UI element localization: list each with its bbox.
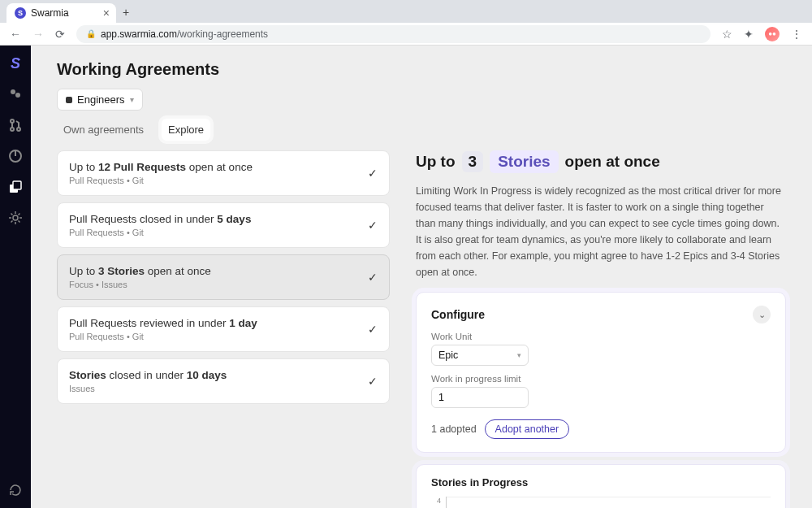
wip-limit-input[interactable] xyxy=(431,387,529,408)
sidebar-item-agreements[interactable] xyxy=(7,179,24,195)
svg-point-1 xyxy=(15,93,20,98)
agreement-card[interactable]: Pull Requests closed in under 5 days Pul… xyxy=(57,202,390,248)
svg-point-8 xyxy=(13,215,18,220)
agreement-subtitle: Pull Requests • Git xyxy=(69,332,257,341)
agreement-title: Pull Requests reviewed in under 1 day xyxy=(69,317,257,329)
extensions-icon[interactable]: ✦ xyxy=(744,28,754,41)
profile-avatar[interactable]: ●● xyxy=(765,27,780,41)
svg-point-0 xyxy=(11,89,15,94)
address-bar[interactable]: 🔒 app.swarmia.com/working-agreements xyxy=(76,25,710,43)
field-label: Work in progress limit xyxy=(431,374,771,384)
svg-point-2 xyxy=(11,119,14,123)
agreement-title: Pull Requests closed in under 5 days xyxy=(69,213,251,225)
work-unit-select[interactable]: Epic ▾ xyxy=(431,345,529,366)
sidebar-item-insights[interactable] xyxy=(7,148,24,164)
chevron-down-icon: ⌄ xyxy=(758,310,766,320)
tab-title: Swarmia xyxy=(31,7,69,19)
agreement-card[interactable]: Up to 12 Pull Requests open at once Pull… xyxy=(57,150,390,196)
lock-icon: 🔒 xyxy=(86,29,96,38)
limit-number: 3 xyxy=(462,151,484,172)
page-title: Working Agreements xyxy=(57,60,786,79)
new-tab-button[interactable]: + xyxy=(116,2,136,23)
chart-area: 4 3 2 1 0 limit xyxy=(431,497,771,508)
field-label: Work Unit xyxy=(431,332,771,341)
logo-icon[interactable]: S xyxy=(7,55,24,72)
chart-panel: Stories in Progress 4 3 2 1 0 xyxy=(416,464,786,508)
svg-rect-7 xyxy=(13,181,21,189)
agreement-title: Up to 3 Stories open at once xyxy=(69,265,211,277)
work-unit-pill: Stories xyxy=(490,150,558,173)
chevron-down-icon: ▾ xyxy=(517,351,521,359)
sidebar: S xyxy=(0,46,31,508)
y-axis: 4 3 2 1 0 xyxy=(431,497,441,508)
sidebar-item-settings[interactable] xyxy=(7,210,24,226)
browser-tab-strip: S Swarmia × + xyxy=(0,0,812,23)
sidebar-item-pull-requests[interactable] xyxy=(7,117,24,133)
agreement-detail: Up to 3 Stories open at once Limiting Wo… xyxy=(416,150,786,508)
svg-point-3 xyxy=(11,128,14,131)
chevron-down-icon: ▾ xyxy=(130,95,134,104)
collapse-button[interactable]: ⌄ xyxy=(753,306,771,323)
check-icon: ✓ xyxy=(368,375,378,388)
agreement-subtitle: Issues xyxy=(69,384,227,393)
agreement-card[interactable]: Stories closed in under 10 days Issues ✓ xyxy=(57,358,390,404)
main-content: Working Agreements Engineers ▾ Own agree… xyxy=(31,46,812,508)
agreement-card-selected[interactable]: Up to 3 Stories open at once Focus • Iss… xyxy=(57,254,390,300)
browser-toolbar: ← → ⟳ 🔒 app.swarmia.com/working-agreemen… xyxy=(0,23,812,46)
chart-plot: limit xyxy=(446,497,771,508)
check-icon: ✓ xyxy=(368,219,378,232)
agreement-card[interactable]: Pull Requests reviewed in under 1 day Pu… xyxy=(57,306,390,352)
tab-bar: Own agreements Explore xyxy=(57,119,786,141)
bookmark-icon[interactable]: ☆ xyxy=(722,28,732,41)
tab-favicon: S xyxy=(15,7,26,19)
detail-title: Up to 3 Stories open at once xyxy=(416,150,786,173)
check-icon: ✓ xyxy=(368,167,378,180)
adopted-count: 1 adopted xyxy=(431,423,477,435)
back-button[interactable]: ← xyxy=(10,28,21,41)
menu-icon[interactable]: ⋮ xyxy=(791,28,802,41)
tab-own-agreements[interactable]: Own agreements xyxy=(57,119,150,141)
reload-button[interactable]: ⟳ xyxy=(55,28,65,41)
check-icon: ✓ xyxy=(368,323,378,336)
agreement-subtitle: Pull Requests • Git xyxy=(69,228,251,237)
detail-description: Limiting Work In Progress is widely reco… xyxy=(416,183,786,280)
chart-title: Stories in Progress xyxy=(431,476,771,488)
agreement-subtitle: Pull Requests • Git xyxy=(69,176,253,185)
team-name: Engineers xyxy=(77,93,125,106)
url-path: /working-agreements xyxy=(177,28,268,40)
agreement-title: Up to 12 Pull Requests open at once xyxy=(69,161,253,173)
browser-tab[interactable]: S Swarmia × xyxy=(6,3,116,23)
agreement-subtitle: Focus • Issues xyxy=(69,280,211,289)
sidebar-item-refresh[interactable] xyxy=(7,482,24,498)
forward-button[interactable]: → xyxy=(32,28,44,41)
check-icon: ✓ xyxy=(368,271,378,284)
sidebar-item-teams[interactable] xyxy=(7,86,24,102)
close-icon[interactable]: × xyxy=(103,7,110,20)
agreements-list: Up to 12 Pull Requests open at once Pull… xyxy=(57,150,390,508)
line-chart xyxy=(447,497,771,508)
url-host: app.swarmia.com xyxy=(101,28,177,40)
svg-point-4 xyxy=(17,128,20,131)
adopt-another-button[interactable]: Adopt another xyxy=(485,419,570,439)
configure-panel: Configure ⌄ Work Unit Epic ▾ Work in pro… xyxy=(416,292,786,453)
team-selector[interactable]: Engineers ▾ xyxy=(57,89,143,111)
configure-title: Configure xyxy=(431,308,485,321)
agreement-title: Stories closed in under 10 days xyxy=(69,369,227,381)
tab-explore[interactable]: Explore xyxy=(162,119,210,141)
team-icon xyxy=(66,97,72,103)
